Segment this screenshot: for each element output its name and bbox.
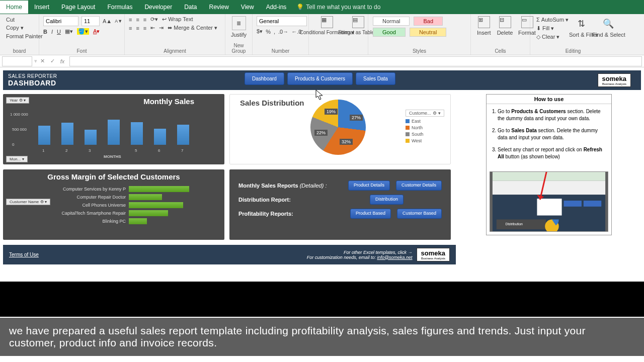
fill-button[interactable]: ⬇ Fill ▾ (534, 25, 570, 32)
delete-cells-button[interactable]: Delete (495, 29, 515, 36)
align-bot-icon[interactable]: ≡ (143, 17, 146, 23)
group-number-label: Number (257, 47, 304, 54)
align-left-icon[interactable]: ≡ (129, 25, 132, 31)
conditional-formatting-icon[interactable]: ▦ (321, 16, 333, 28)
slicer-year[interactable]: Year ⚙ ▾ (6, 97, 29, 104)
sort-filter-icon[interactable]: ⇅ (578, 18, 590, 30)
wrap-text-button[interactable]: ↩ Wrap Text (162, 16, 193, 23)
bold-button[interactable]: B (43, 29, 47, 35)
font-size-input[interactable] (82, 16, 100, 26)
inc-decimal-icon[interactable]: .0→ (278, 29, 288, 35)
justify-button[interactable]: Justify (229, 31, 249, 38)
grow-font-icon[interactable]: A▲ (103, 18, 112, 24)
terms-link[interactable]: Terms of Use (9, 252, 39, 257)
shrink-font-icon[interactable]: A▼ (115, 19, 122, 24)
italic-button[interactable]: I (51, 29, 53, 35)
font-color-button[interactable]: A▾ (93, 28, 100, 35)
cancel-formula-icon[interactable]: ✕ (37, 58, 47, 64)
merge-button[interactable]: ⬌ Merge & Center ▾ (168, 25, 217, 31)
percent-icon[interactable]: % (266, 29, 271, 35)
delete-cells-icon[interactable]: ⊟ (499, 16, 511, 28)
align-center-icon[interactable]: ≡ (136, 25, 139, 31)
align-mid-icon[interactable]: ≡ (136, 17, 139, 23)
howto-title: How to use (487, 95, 611, 104)
chart-sales-distribution[interactable]: Sales Distribution 27% 32% 22% 19% Custo… (229, 94, 451, 164)
chart-gross-margin[interactable]: Gross Margin of Selected Customers Custo… (3, 169, 224, 240)
nav-dashboard[interactable]: Dashboard (245, 72, 284, 85)
cut-button[interactable]: Cut (4, 16, 35, 23)
page-title: DASHBOARD (8, 79, 57, 87)
nav-products-customers[interactable]: Products & Customers (287, 72, 353, 85)
btn-customer-based[interactable]: Customer Based (397, 209, 442, 219)
monthly-reports-label: Monthly Sales Reports (238, 183, 298, 189)
slicer-month[interactable]: Mon... ▾ (6, 156, 28, 162)
reports-panel: Monthly Sales Reports (Detailed) : Produ… (229, 169, 451, 240)
tab-view[interactable]: View (235, 1, 260, 14)
nav-sales-data[interactable]: Sales Data (356, 72, 395, 85)
currency-icon[interactable]: $▾ (257, 28, 263, 35)
pie-icon (310, 100, 366, 155)
fx-icon[interactable]: fx (57, 58, 67, 64)
border-button[interactable]: ▦▾ (65, 28, 73, 35)
comma-icon[interactable]: , (274, 29, 275, 35)
style-bad[interactable]: Bad (414, 17, 443, 26)
formula-input[interactable] (69, 56, 642, 66)
tab-formulas[interactable]: Formulas (101, 1, 138, 14)
tab-page-layout[interactable]: Page Layout (55, 1, 101, 14)
tab-developer[interactable]: Developer (138, 1, 178, 14)
align-top-icon[interactable]: ≡ (129, 17, 132, 23)
tell-me[interactable]: 💡 Tell me what you want to do (296, 4, 380, 11)
tab-review[interactable]: Review (203, 1, 235, 14)
indent-inc-icon[interactable]: ⇥ (159, 25, 164, 31)
btn-customer-details[interactable]: Customer Details (396, 180, 442, 191)
slicer-customer[interactable]: Custome... ⚙ ▾ (406, 110, 444, 117)
indent-dec-icon[interactable]: ⇤ (150, 25, 155, 31)
btn-product-based[interactable]: Product Based (350, 209, 391, 219)
howto-panel: How to use Go to Products & Customers se… (486, 94, 612, 235)
ribbon-tabs: Home Insert Page Layout Formulas Develop… (0, 0, 644, 14)
fill-color-button[interactable]: 🪣▾ (77, 28, 89, 35)
video-caption: we have prepared a useful sales report t… (0, 318, 644, 356)
style-good[interactable]: Good (373, 28, 406, 37)
howto-step: Select any chart or report and click on … (498, 146, 607, 160)
tab-addins[interactable]: Add-ins (260, 1, 293, 14)
font-name-input[interactable] (43, 16, 78, 26)
tab-data[interactable]: Data (178, 1, 203, 14)
format-painter-button[interactable]: Format Painter (4, 33, 35, 40)
tab-insert[interactable]: Insert (28, 1, 55, 14)
slicer-customer-name[interactable]: Customer Name ⚙ ▾ (6, 199, 50, 205)
ribbon: Cut Copy ▾ Format Painter board A▲ A▼ B … (0, 14, 644, 55)
insert-cells-button[interactable]: Insert (475, 29, 493, 36)
group-clipboard-label: board (4, 47, 35, 54)
align-right-icon[interactable]: ≡ (143, 25, 146, 31)
name-box[interactable] (2, 56, 32, 66)
copy-button[interactable]: Copy ▾ (4, 24, 35, 32)
svg-rect-1 (493, 181, 605, 195)
underline-button[interactable]: U (57, 29, 61, 35)
dashboard-footer: Terms of Use For other Excel templates, … (3, 245, 456, 264)
clear-button[interactable]: ◇ Clear ▾ (534, 33, 570, 41)
tab-home[interactable]: Home (0, 1, 28, 14)
orientation-icon[interactable]: ⟳▾ (150, 16, 158, 23)
autosum-button[interactable]: Σ AutoSum ▾ (534, 16, 570, 24)
format-table-icon[interactable]: ▤ (352, 16, 364, 28)
dashboard-header: SALES REPORTER DASHBOARD Dashboard Produ… (3, 70, 641, 90)
howto-step: Go to Products & Customers section. Dele… (498, 108, 607, 122)
number-format-select[interactable] (257, 16, 307, 26)
style-normal[interactable]: Normal (373, 17, 410, 26)
btn-product-details[interactable]: Product Details (348, 180, 390, 191)
find-select-button[interactable]: Find & Select (590, 31, 627, 38)
chart-title: Monthly Sales (3, 94, 224, 109)
group-font-label: Font (43, 47, 120, 54)
distribution-report-label: Distribution Report: (238, 197, 291, 203)
enter-formula-icon[interactable]: ✓ (47, 58, 57, 64)
tell-me-label: Tell me what you want to do (306, 4, 380, 11)
style-neutral[interactable]: Neutral (410, 28, 446, 37)
btn-distribution[interactable]: Distribution (370, 195, 404, 205)
insert-cells-icon[interactable]: ⊞ (478, 16, 490, 28)
chart-legend: Custome... ⚙ ▾ East North South West (406, 110, 444, 145)
justify-icon[interactable]: ≣ (232, 16, 246, 30)
email-link[interactable]: info@someka.net (377, 255, 412, 260)
find-select-icon[interactable]: 🔍 (603, 18, 615, 30)
chart-monthly-sales[interactable]: Monthly Sales Year ⚙ ▾ Mon... ▾ 0 500 00… (3, 94, 224, 164)
